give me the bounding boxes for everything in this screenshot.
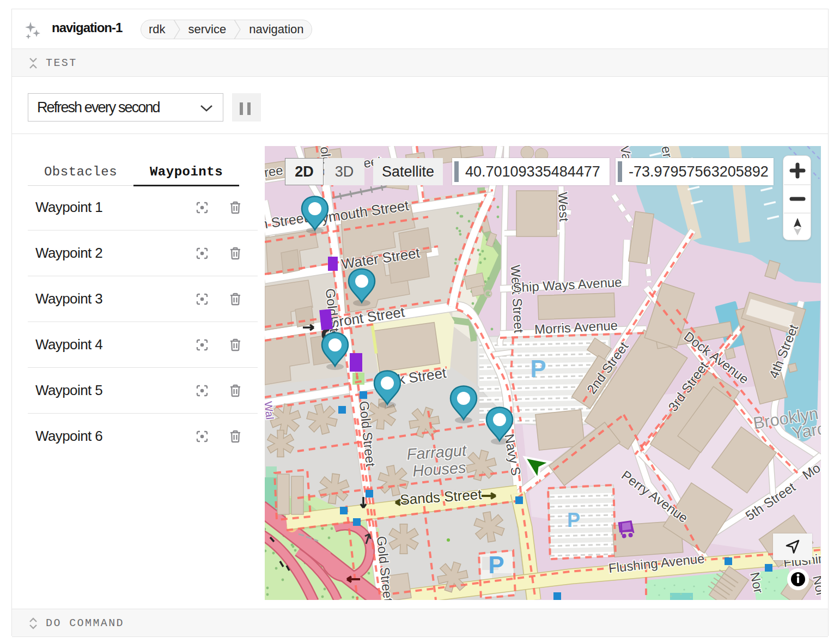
svg-text:Wal: Wal (265, 401, 276, 420)
svg-text:P: P (567, 509, 580, 531)
svg-text:Houses: Houses (412, 459, 466, 480)
svg-text:West: West (556, 192, 572, 222)
svg-text:P: P (488, 551, 504, 578)
svg-text:P: P (530, 355, 546, 382)
